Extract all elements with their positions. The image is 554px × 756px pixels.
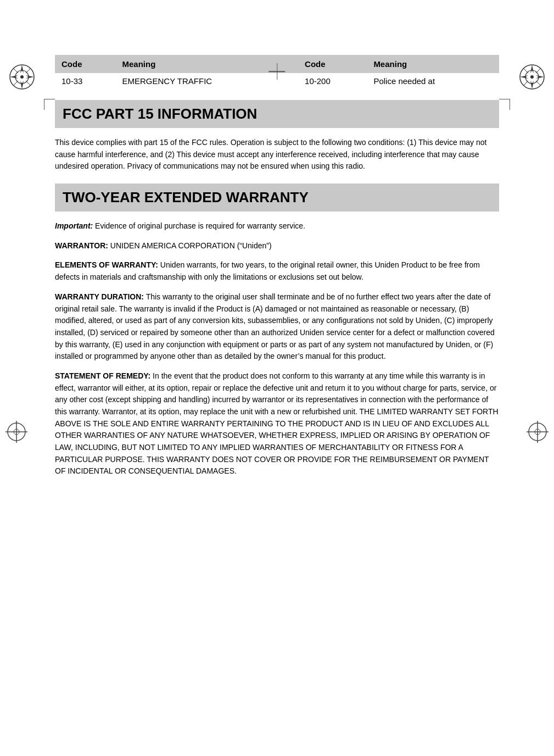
svg-point-2 — [20, 75, 24, 79]
svg-line-7 — [13, 68, 18, 73]
important-text: Evidence of original purchase is require… — [93, 221, 305, 230]
corner-decoration-tr — [516, 60, 549, 93]
col-header-meaning1: Meaning — [116, 55, 299, 73]
svg-marker-15 — [530, 81, 534, 89]
cell-meaning2: Police needed at — [367, 73, 499, 89]
cell-code2: 10-200 — [298, 73, 367, 89]
inner-corner-mark-tr — [499, 99, 510, 110]
warranty-remedy: STATEMENT OF REMEDY: In the event that t… — [55, 370, 499, 477]
svg-marker-5 — [10, 75, 18, 79]
main-content: Code Meaning Code Meaning 10-33 EMERGENC… — [55, 55, 499, 477]
side-crosshair-right — [527, 421, 549, 445]
svg-line-20 — [523, 81, 528, 86]
fcc-paragraph: This device complies with part 15 of the… — [55, 137, 499, 173]
svg-marker-6 — [26, 75, 34, 79]
svg-line-10 — [26, 81, 31, 86]
remedy-text: In the event that the product does not c… — [55, 371, 499, 476]
important-label: Important: — [55, 221, 93, 230]
fcc-section-heading: FCC PART 15 INFORMATION — [55, 100, 499, 128]
warranty-duration: WARRANTY DURATION: This warranty to the … — [55, 291, 499, 363]
svg-marker-17 — [536, 75, 544, 79]
warrantor-text: UNIDEN AMERICA CORPORATION (“Uniden”) — [108, 241, 272, 250]
svg-point-13 — [530, 75, 534, 79]
side-crosshair-left — [5, 421, 27, 445]
warrantor-label: WARRANTOR: — [55, 241, 108, 250]
col-header-code2: Code — [298, 55, 367, 73]
duration-label: WARRANTY DURATION: — [55, 292, 144, 301]
cell-code1: 10-33 — [55, 73, 116, 89]
warranty-important: Important: Evidence of original purchase… — [55, 220, 499, 232]
svg-line-18 — [523, 68, 528, 73]
fcc-heading-text: FCC PART 15 INFORMATION — [63, 105, 491, 123]
cell-meaning1: EMERGENCY TRAFFIC — [116, 73, 299, 89]
svg-line-9 — [13, 81, 18, 86]
remedy-label: STATEMENT OF REMEDY: — [55, 371, 150, 380]
svg-marker-4 — [20, 81, 24, 89]
warranty-heading-text: TWO-YEAR EXTENDED WARRANTY — [63, 189, 491, 206]
svg-line-19 — [536, 68, 541, 73]
warranty-warrantor: WARRANTOR: UNIDEN AMERICA CORPORATION (“… — [55, 240, 499, 252]
warranty-body: Important: Evidence of original purchase… — [55, 220, 499, 477]
corner-decoration-tl — [5, 60, 38, 93]
svg-line-21 — [536, 81, 541, 86]
svg-line-8 — [26, 68, 31, 73]
warranty-section-heading: TWO-YEAR EXTENDED WARRANTY — [55, 184, 499, 212]
col-header-meaning2: Meaning — [367, 55, 499, 73]
warranty-elements: ELEMENTS OF WARRANTY: Uniden warrants, f… — [55, 259, 499, 283]
svg-marker-16 — [520, 75, 528, 79]
page: Code Meaning Code Meaning 10-33 EMERGENC… — [0, 55, 554, 756]
fcc-body: This device complies with part 15 of the… — [55, 137, 499, 173]
svg-marker-3 — [20, 65, 24, 73]
inner-corner-mark-tl — [44, 99, 55, 110]
svg-marker-14 — [530, 65, 534, 73]
col-header-code1: Code — [55, 55, 116, 73]
elements-label: ELEMENTS OF WARRANTY: — [55, 260, 158, 269]
edge-mark-top — [277, 63, 278, 80]
duration-text: This warranty to the original user shall… — [55, 292, 495, 360]
